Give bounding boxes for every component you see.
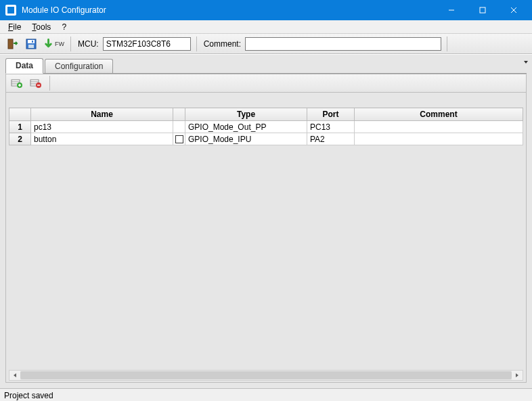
grid-header-row: Name Type Port Comment bbox=[9, 108, 523, 121]
toolbar-separator bbox=[196, 37, 197, 51]
floppy-disk-icon bbox=[25, 38, 37, 50]
svg-rect-7 bbox=[28, 45, 34, 48]
cell-port[interactable]: PA2 bbox=[307, 133, 355, 145]
chevron-right-icon bbox=[514, 373, 520, 378]
minimize-button[interactable] bbox=[436, 0, 467, 20]
cell-name[interactable]: pc13 bbox=[31, 121, 173, 133]
cell-checkbox[interactable] bbox=[173, 121, 185, 133]
row-number[interactable]: 1 bbox=[9, 121, 31, 133]
open-button[interactable] bbox=[4, 36, 20, 52]
tab-data[interactable]: Data bbox=[5, 58, 43, 74]
toolbar: FW MCU: Comment: bbox=[0, 34, 532, 54]
header-type[interactable]: Type bbox=[185, 108, 307, 121]
cell-name[interactable]: button bbox=[31, 133, 173, 145]
horizontal-scrollbar[interactable] bbox=[9, 370, 523, 381]
cell-type[interactable]: GPIO_Mode_Out_PP bbox=[185, 121, 307, 133]
content-panel: Name Type Port Comment 1 pc13 GPIO_Mode_… bbox=[0, 74, 532, 388]
scroll-thumb[interactable] bbox=[20, 371, 512, 379]
cell-type[interactable]: GPIO_Mode_IPU bbox=[185, 133, 307, 145]
comment-input[interactable] bbox=[245, 37, 441, 51]
mcu-label: MCU: bbox=[78, 39, 99, 49]
tabstrip: Data Configuration bbox=[5, 59, 527, 74]
chevron-down-icon bbox=[523, 60, 529, 65]
toolbar-separator bbox=[447, 37, 447, 51]
header-port[interactable]: Port bbox=[307, 108, 355, 121]
cell-port[interactable]: PC13 bbox=[307, 121, 355, 133]
download-fw-button[interactable]: FW bbox=[42, 36, 65, 52]
menu-tools[interactable]: Tools bbox=[26, 21, 56, 33]
menu-help[interactable]: ? bbox=[56, 21, 72, 33]
download-arrow-icon bbox=[43, 38, 54, 50]
status-text: Project saved bbox=[4, 391, 53, 400]
window-title: Module IO Configurator bbox=[22, 5, 436, 15]
menu-file[interactable]: File bbox=[3, 21, 26, 33]
row-number[interactable]: 2 bbox=[9, 133, 31, 145]
add-row-button[interactable] bbox=[9, 75, 25, 91]
comment-label: Comment: bbox=[204, 39, 241, 49]
menubar: File Tools ? bbox=[0, 20, 532, 34]
table-row[interactable]: 2 button GPIO_Mode_IPU PA2 bbox=[9, 133, 523, 145]
table-row[interactable]: 1 pc13 GPIO_Mode_Out_PP PC13 bbox=[9, 121, 523, 133]
io-grid[interactable]: Name Type Port Comment 1 pc13 GPIO_Mode_… bbox=[9, 108, 523, 145]
svg-rect-1 bbox=[480, 7, 485, 13]
table-add-icon bbox=[11, 77, 23, 89]
tab-overflow-button[interactable] bbox=[521, 57, 531, 67]
checkbox-icon[interactable] bbox=[175, 135, 183, 143]
chevron-left-icon bbox=[12, 373, 18, 378]
save-button[interactable] bbox=[23, 36, 39, 52]
header-rownum[interactable] bbox=[9, 108, 31, 121]
svg-rect-6 bbox=[28, 40, 35, 43]
header-name[interactable]: Name bbox=[31, 108, 173, 121]
toolbar-separator bbox=[70, 37, 71, 51]
close-button[interactable] bbox=[498, 0, 529, 20]
table-remove-icon bbox=[30, 77, 42, 89]
svg-rect-8 bbox=[32, 41, 33, 43]
exit-door-icon bbox=[6, 38, 18, 50]
remove-row-button[interactable] bbox=[28, 75, 44, 91]
cell-checkbox[interactable] bbox=[173, 133, 185, 145]
tab-configuration[interactable]: Configuration bbox=[45, 59, 113, 73]
scroll-left-button[interactable] bbox=[9, 371, 20, 380]
fw-label: FW bbox=[55, 41, 64, 47]
app-icon bbox=[5, 5, 16, 16]
titlebar: Module IO Configurator bbox=[0, 0, 532, 20]
svg-rect-4 bbox=[8, 39, 13, 49]
scroll-track[interactable] bbox=[20, 371, 512, 380]
tab-area: Data Configuration bbox=[0, 54, 532, 74]
mcu-input[interactable] bbox=[103, 37, 191, 51]
header-checkbox[interactable] bbox=[173, 108, 185, 121]
cell-comment[interactable] bbox=[355, 121, 523, 133]
grid-toolbar bbox=[5, 74, 527, 93]
header-comment[interactable]: Comment bbox=[355, 108, 523, 121]
statusbar: Project saved bbox=[0, 388, 532, 401]
maximize-button[interactable] bbox=[467, 0, 498, 20]
grid-container: Name Type Port Comment 1 pc13 GPIO_Mode_… bbox=[5, 93, 527, 383]
scroll-right-button[interactable] bbox=[512, 371, 523, 380]
toolbar-separator bbox=[49, 76, 50, 91]
cell-comment[interactable] bbox=[355, 133, 523, 145]
